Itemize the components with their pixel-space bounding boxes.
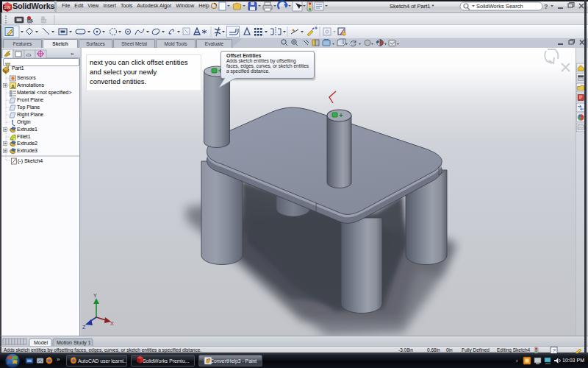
svg-text:Sketch4 of Part1 *: Sketch4 of Part1 *	[390, 3, 434, 10]
svg-text:‹: ‹	[516, 358, 518, 364]
svg-text:»: »	[71, 51, 74, 57]
svg-text:?: ?	[544, 3, 548, 10]
svg-text:Y: Y	[93, 293, 97, 298]
svg-text:Model: Model	[34, 340, 49, 345]
svg-text:X: X	[110, 321, 114, 326]
svg-text:Motion Study 1: Motion Study 1	[57, 340, 91, 346]
svg-text:»: »	[57, 356, 60, 363]
svg-text:SolidWorks Search: SolidWorks Search	[476, 3, 523, 10]
svg-text:A: A	[11, 84, 15, 89]
svg-text:SW: SW	[4, 5, 12, 10]
svg-text:Z: Z	[82, 325, 86, 330]
